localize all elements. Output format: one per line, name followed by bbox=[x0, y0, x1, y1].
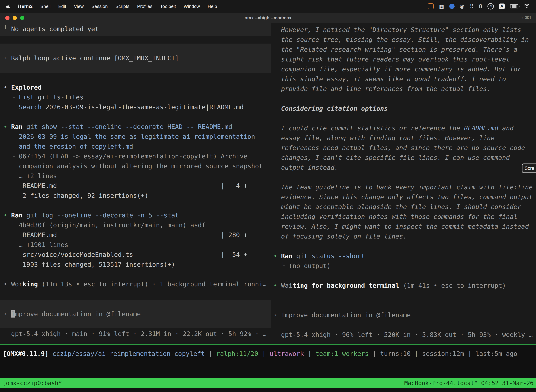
menu-scripts[interactable]: Scripts bbox=[115, 4, 129, 9]
terminal-pane-right[interactable]: However, I noticed the "Directory Struct… bbox=[271, 23, 536, 344]
text-segment: • bbox=[273, 252, 281, 260]
terminal-line: including verification notes with those … bbox=[271, 212, 536, 222]
omx-statusline: [OMX#0.11.9] cczip/essay/ai-reimplementa… bbox=[0, 349, 536, 359]
text-segment: › Improve documentation in @filename bbox=[273, 311, 411, 319]
spacer bbox=[0, 269, 271, 279]
text-segment: git status --short bbox=[292, 252, 365, 260]
text-segment: and bbox=[498, 125, 514, 132]
text-segment: … +1901 lines bbox=[4, 241, 68, 248]
prompt-input-left[interactable]: › Improve documentation in @filename bbox=[0, 300, 271, 328]
minimize-button[interactable] bbox=[13, 16, 17, 20]
statusline-segment: | bbox=[205, 350, 216, 357]
terminal-pane-left[interactable]: └ No agents completed yet› Ralph loop ac… bbox=[0, 23, 271, 344]
wifi-icon[interactable] bbox=[524, 4, 530, 9]
window-title: omx --xhigh --madmax bbox=[245, 15, 292, 20]
text-segment: companion file, especially if more comme… bbox=[273, 65, 521, 73]
inject-banner[interactable]: › Ralph loop active continue [OMX_TMUX_I… bbox=[0, 44, 271, 73]
screen-share-pill[interactable]: Scre bbox=[522, 163, 536, 173]
battery-icon[interactable] bbox=[510, 4, 518, 9]
menubar-status-icons: ▦◉⠿8.61A bbox=[428, 3, 530, 9]
text-segment: git log --oneline --decorate -n 5 --stat bbox=[23, 212, 179, 219]
disc-app-icon[interactable]: ◉ bbox=[460, 3, 464, 9]
text-segment: src/voice/voiceModeEnabled.ts | 54 + bbox=[4, 251, 247, 258]
spacer bbox=[271, 94, 536, 104]
window-titlebar[interactable]: omx --xhigh --madmax ⌥⌘1 bbox=[0, 13, 536, 23]
explored-header: • Explored bbox=[0, 83, 271, 92]
spacer bbox=[271, 113, 536, 123]
terminal-line: essay file, along with finding root file… bbox=[271, 133, 536, 143]
statusline-segment: | turns:10 | session:12m | last:5m ago bbox=[369, 350, 517, 357]
text-segment: Search bbox=[4, 103, 42, 111]
text-segment: › bbox=[4, 310, 11, 317]
text-segment: README.md bbox=[464, 125, 498, 132]
terminal-line: companion analysis without altering the … bbox=[0, 161, 271, 171]
window-grid-icon[interactable]: ▦ bbox=[439, 3, 444, 9]
keyboard-input-badge[interactable]: A bbox=[499, 4, 505, 9]
terminal-line: └ 4b9d30f (origin/main, instructkr/main,… bbox=[0, 220, 271, 230]
text-segment: of focusing solely on file lines. bbox=[273, 233, 407, 240]
terminal-line: … +1901 lines bbox=[0, 240, 271, 250]
text-segment: • bbox=[4, 123, 11, 130]
menu-edit[interactable]: Edit bbox=[58, 4, 66, 9]
session-stats-left: gpt-5.4 xhigh · main · 91% left · 2.31M … bbox=[0, 329, 271, 339]
terminal-line: src/voice/voiceModeEnabled.ts | 54 + bbox=[0, 250, 271, 260]
dots-grid-icon[interactable]: ⠿ bbox=[470, 3, 474, 9]
terminal-line: Search 2026-03-09-is-legal-the-same-as-l… bbox=[0, 102, 271, 112]
text-segment: No agents completed yet bbox=[11, 25, 99, 33]
prompt-input-left[interactable]: › Improve documentation in @filename bbox=[0, 309, 271, 319]
text-segment: king bbox=[23, 280, 38, 288]
screen-recording-indicator-icon[interactable] bbox=[428, 3, 434, 9]
close-button[interactable] bbox=[5, 16, 10, 20]
menu-profiles[interactable]: Profiles bbox=[137, 4, 153, 9]
text-segment: • bbox=[273, 282, 281, 289]
spacer bbox=[271, 173, 536, 182]
session-stats-right: gpt-5.4 xhigh · 96% left · 520K in · 5.8… bbox=[271, 330, 536, 340]
text-segment: └ bbox=[4, 25, 11, 33]
terminal-line: README.md | 280 + bbox=[0, 230, 271, 240]
zoom-button[interactable] bbox=[20, 16, 24, 20]
menu-shell[interactable]: Shell bbox=[40, 4, 50, 9]
terminal-line: of focusing solely on file lines. bbox=[271, 232, 536, 241]
spacer bbox=[271, 290, 536, 310]
spacer bbox=[271, 320, 536, 330]
terminal-line: └ List git ls-files bbox=[0, 92, 271, 102]
menu-view[interactable]: View bbox=[74, 4, 84, 9]
menu-help[interactable]: Help bbox=[208, 4, 217, 9]
prompt-input-right[interactable]: › Improve documentation in @filename bbox=[271, 310, 536, 320]
text-segment: └ 067f154 (HEAD -> essay/ai-reimplementa… bbox=[4, 153, 247, 160]
inject-banner[interactable]: › Ralph loop active continue [OMX_TMUX_I… bbox=[0, 53, 271, 63]
terminal-line: 1903 files changed, 513517 insertions(+) bbox=[0, 260, 271, 269]
menu-session[interactable]: Session bbox=[91, 4, 108, 9]
menu-toolbelt[interactable]: Toolbelt bbox=[160, 4, 176, 9]
apple-menu-icon[interactable] bbox=[6, 4, 10, 9]
spacer bbox=[0, 201, 271, 210]
text-cursor: I bbox=[11, 310, 15, 317]
spacer bbox=[271, 271, 536, 281]
waiting-status: • Waiting for background terminal (1m 41… bbox=[271, 281, 536, 290]
text-segment: › bbox=[4, 54, 11, 62]
text-segment: changes, I can't cite specific file line… bbox=[273, 154, 510, 161]
text-segment: I could cite commit statistics or refere… bbox=[273, 125, 464, 132]
blue-app-icon[interactable] bbox=[449, 4, 455, 9]
figure-icon[interactable]: 8 bbox=[479, 3, 482, 9]
gauge-icon[interactable]: .61 bbox=[488, 3, 494, 9]
statusline-segment: | bbox=[258, 350, 270, 357]
text-segment: review. Also, I might want to inspect th… bbox=[273, 223, 529, 230]
text-segment: 2026-03-09-is-legal-the-same-as-legitima… bbox=[4, 133, 259, 140]
menu-window[interactable]: Window bbox=[184, 4, 200, 9]
text-segment: Ran bbox=[11, 212, 23, 219]
text-segment: List bbox=[19, 93, 34, 101]
text-segment: the source tree, missing the essay. Stil… bbox=[273, 36, 529, 43]
text-segment: └ 4b9d30f (origin/main, instructkr/main,… bbox=[4, 221, 206, 229]
terminal-line: output instead. bbox=[271, 163, 536, 173]
text-segment: 1903 files changed, 513517 insertions(+) bbox=[4, 261, 175, 268]
ran-command: • Ran git log --oneline --decorate -n 5 … bbox=[0, 210, 271, 220]
terminal-line: └ 067f154 (HEAD -> essay/ai-reimplementa… bbox=[0, 151, 271, 161]
spacer bbox=[0, 289, 271, 300]
menu-iterm2[interactable]: iTerm2 bbox=[18, 4, 33, 9]
terminal-line: README.md | 4 + bbox=[0, 181, 271, 191]
text-segment: provide file and line references from th… bbox=[273, 85, 491, 92]
tmux-host-clock: "MacBook-Pro-44.local" 04:52 31-Mar-26 bbox=[401, 378, 534, 388]
macos-menubar: iTerm2ShellEditViewSessionScriptsProfile… bbox=[0, 0, 536, 13]
text-segment: companion analysis without altering the … bbox=[4, 163, 263, 170]
